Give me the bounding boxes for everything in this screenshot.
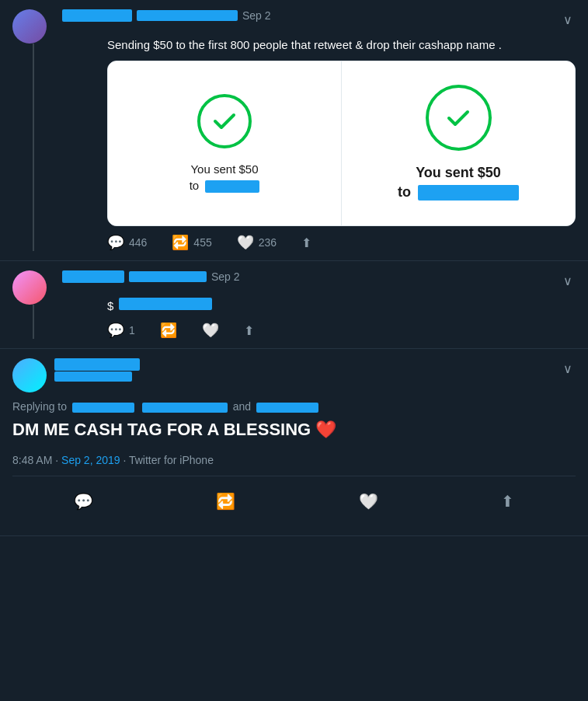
share-icon-1: ⬆	[301, 235, 311, 250]
tweet-3-timestamp: 8:48 AM · Sep 2, 2019 · Twitter for iPho…	[12, 454, 576, 466]
tweet-2-chevron[interactable]: ∨	[560, 270, 576, 291]
platform-part: · Twitter for iPhone	[123, 454, 213, 466]
reply-icon-2: 💬	[107, 322, 124, 339]
handle-1	[137, 10, 238, 21]
reply-handle-3	[256, 403, 318, 413]
like-icon-1: 🤍	[237, 234, 254, 251]
share-icon-2: ⬆	[244, 323, 254, 338]
tweet-1-header: Sep 2 ∨	[62, 9, 576, 30]
tweet-2-header: Sep 2 ∨	[62, 270, 576, 291]
avatar-3	[12, 358, 47, 392]
retweet-icon-bottom[interactable]: 🔁	[210, 486, 242, 517]
check-circle-1	[197, 94, 252, 148]
tweet-1-text: Sending $50 to the first 800 people that…	[107, 37, 576, 53]
date-link[interactable]: Sep 2, 2019	[61, 454, 120, 466]
handle-3	[54, 371, 132, 382]
heart-emoji: ❤️	[315, 420, 336, 439]
cashname-prefix: $	[107, 299, 113, 312]
tweet-3-chevron[interactable]: ∨	[560, 358, 576, 379]
username-3	[54, 358, 140, 371]
share-icon-bottom[interactable]: ⬆	[495, 486, 520, 517]
retweet-icon-2: 🔁	[160, 322, 177, 339]
tweet-1: Sep 2 ∨ Sending $50 to the first 800 peo…	[0, 0, 588, 261]
cashapp-panel-2: You sent $50 to	[342, 61, 575, 225]
like-count-1: 236	[259, 236, 277, 249]
username-2	[62, 270, 124, 283]
cashapp-panel-2-label: You sent $50 to	[398, 163, 519, 202]
retweet-action-2[interactable]: 🔁	[160, 322, 177, 339]
retweet-count-1: 455	[193, 236, 211, 249]
reply-count-1: 446	[129, 236, 147, 249]
avatar-2	[12, 270, 47, 305]
like-action-1[interactable]: 🤍 236	[237, 234, 277, 251]
check-circle-2	[426, 85, 492, 151]
tweet-3: ∨ Replying to and DM ME CASH TAG FOR A B…	[0, 349, 588, 536]
tweet-2-actions: 💬 1 🔁 🤍 ⬆	[107, 322, 576, 339]
like-icon-bottom[interactable]: 🤍	[353, 486, 384, 517]
tweet-1-actions: 💬 446 🔁 455 🤍 236 ⬆	[107, 234, 576, 251]
username-1	[62, 9, 132, 22]
cashapp-panel-1-label: You sent $50 to	[190, 161, 260, 194]
share-action-1[interactable]: ⬆	[301, 235, 311, 250]
share-action-2[interactable]: ⬆	[244, 323, 254, 338]
reply-count-2: 1	[129, 324, 135, 337]
reply-icon-bottom[interactable]: 💬	[68, 486, 99, 517]
reply-handle-1	[72, 403, 134, 413]
tweet-3-big-text: DM ME CASH TAG FOR A BLESSING ❤️	[12, 419, 576, 441]
tweet-2: Sep 2 ∨ $ 💬 1 🔁 🤍	[0, 261, 588, 349]
redacted-name-2	[418, 185, 519, 201]
retweet-action-1[interactable]: 🔁 455	[172, 234, 211, 251]
tweet-2-date: Sep 2	[211, 270, 240, 283]
reply-icon-1: 💬	[107, 234, 124, 251]
reply-to-line: Replying to and	[12, 400, 576, 413]
reply-handle-2	[142, 403, 228, 413]
tweet-1-chevron[interactable]: ∨	[560, 9, 576, 30]
tweet-2-text: $	[107, 298, 576, 314]
time-part: 8:48 AM ·	[12, 454, 61, 466]
like-icon-2: 🤍	[202, 322, 219, 339]
like-action-2[interactable]: 🤍	[202, 322, 219, 339]
cashname-redacted	[119, 298, 212, 310]
cashapp-panel-1: You sent $50 to	[108, 61, 342, 225]
tweet-1-date: Sep 2	[242, 9, 271, 22]
avatar-1	[12, 9, 47, 44]
cashapp-card: You sent $50 to You sent $50 to	[107, 61, 576, 226]
bottom-actions: 💬 🔁 🤍 ⬆	[12, 476, 576, 526]
reply-action-2[interactable]: 💬 1	[107, 322, 135, 339]
retweet-icon-1: 🔁	[172, 234, 189, 251]
handle-2	[129, 271, 207, 282]
redacted-name-1	[205, 180, 259, 193]
reply-action-1[interactable]: 💬 446	[107, 234, 147, 251]
